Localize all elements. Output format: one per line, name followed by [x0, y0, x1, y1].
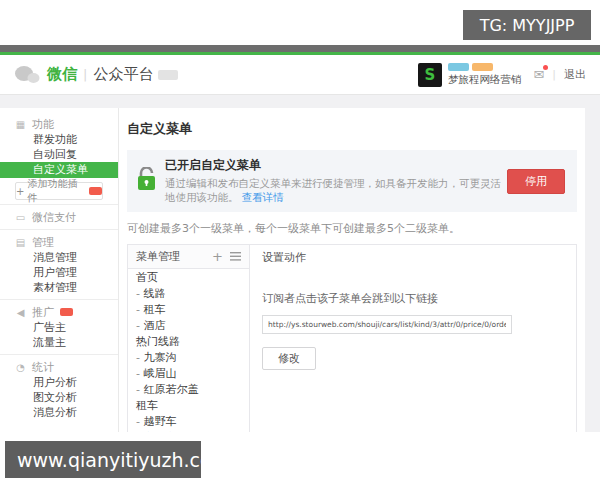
mail-icon[interactable]: ✉ — [533, 67, 544, 82]
section-label: 推广 — [32, 305, 54, 320]
wallet-icon: ▭ — [15, 212, 26, 223]
header-separator: | — [83, 67, 87, 82]
account-avatar[interactable]: S — [418, 63, 442, 87]
wechat-bubbles-icon — [14, 65, 40, 85]
sidebar-section-statistics: ◔ 统计 — [0, 359, 118, 375]
section-label: 管理 — [32, 235, 54, 250]
sidebar-divider — [0, 354, 118, 355]
grid-icon: ▦ — [15, 119, 26, 130]
sidebar-section-promotion: ◀ 推广 — [0, 304, 118, 320]
banner-text: 已开启自定义菜单 通过编辑和发布自定义菜单来进行便捷管理，如具备开发能力，可更灵… — [165, 157, 507, 205]
section-label: 微信支付 — [32, 210, 76, 225]
menu-editor-panel: 菜单管理 + 首页 线路 租车 酒店 热门线路 九寨沟 峨眉山 红原若尔盖 租车 — [127, 244, 577, 432]
add-menu-icon[interactable]: + — [212, 250, 223, 263]
menu-group-home[interactable]: 首页 — [128, 269, 249, 285]
notification-dot — [543, 65, 548, 70]
section-label: 统计 — [32, 360, 54, 375]
account-name[interactable]: 梦旅程网络营销 — [448, 73, 522, 87]
sidebar-item-mass-message[interactable]: 群发功能 — [0, 132, 118, 147]
menu-child-emeishan[interactable]: 峨眉山 — [128, 365, 249, 381]
watermark-bottom: www.qianyitiyuzh.com — [5, 441, 201, 478]
action-body: 订阅者点击该子菜单会跳到以下链接 修改 — [250, 269, 576, 370]
product-title: 公众平台 — [93, 65, 153, 84]
sidebar-divider — [0, 229, 118, 230]
menu-tree-title: 菜单管理 — [136, 249, 180, 264]
section-label: 功能 — [32, 117, 54, 132]
menu-tree-header: 菜单管理 + — [128, 245, 249, 269]
menu-limit-note: 可创建最多3个一级菜单，每个一级菜单下可创建最多5个二级菜单。 — [127, 221, 577, 236]
unlocked-icon — [137, 167, 156, 195]
menu-child-jiuzhaigou[interactable]: 九寨沟 — [128, 349, 249, 365]
sidebar-item-advertiser[interactable]: 广告主 — [0, 320, 118, 335]
logout-link[interactable]: 退出 — [564, 67, 586, 82]
action-column: 设置动作 订阅者点击该子菜单会跳到以下链接 修改 — [250, 245, 576, 432]
main-content: 自定义菜单 已开启自定义菜单 通过编辑和发布自定义菜单来进行便捷管理，如具备开发… — [119, 108, 585, 432]
page-body: ▦ 功能 群发功能 自动回复 自定义菜单 + 添加功能插件 ▭ 微信支付 ▤ 管… — [0, 95, 600, 432]
banner-description: 通过编辑和发布自定义菜单来进行便捷管理，如具备开发能力，可更灵活地使用该功能。 … — [165, 177, 507, 205]
top-gray-bar — [0, 45, 600, 52]
megaphone-icon: ◀ — [15, 307, 26, 318]
banner-title: 已开启自定义菜单 — [165, 157, 507, 174]
menu-child-routes[interactable]: 线路 — [128, 285, 249, 301]
account-verified-badge — [472, 63, 493, 71]
menu-child-suv[interactable]: 越野车 — [128, 413, 249, 429]
add-plugin-label: 添加功能插件 — [27, 177, 86, 205]
folder-icon: ▤ — [15, 237, 26, 248]
page-frame: 微信 | 公众平台 S 梦旅程网络营销 ✉ | 退出 ▦ 功能 群发功能 — [0, 45, 600, 432]
sidebar-item-wechat-pay[interactable]: ▭ 微信支付 — [0, 209, 118, 225]
sidebar: ▦ 功能 群发功能 自动回复 自定义菜单 + 添加功能插件 ▭ 微信支付 ▤ 管… — [0, 108, 119, 432]
status-banner: 已开启自定义菜单 通过编辑和发布自定义菜单来进行便捷管理，如具备开发能力，可更灵… — [127, 150, 577, 212]
menu-group-hot-routes[interactable]: 热门线路 — [128, 333, 249, 349]
sort-menu-icon[interactable] — [230, 252, 241, 261]
brand-wechat: 微信 — [47, 65, 77, 84]
sidebar-divider — [0, 299, 118, 300]
menu-child-hotel[interactable]: 酒店 — [128, 317, 249, 333]
view-details-link[interactable]: 查看详情 — [242, 191, 284, 203]
pie-chart-icon: ◔ — [15, 362, 26, 373]
watermark-top: TG: MYYJJPP — [463, 10, 591, 40]
new-badge — [89, 187, 102, 195]
sidebar-section-manage: ▤ 管理 — [0, 234, 118, 250]
sidebar-item-material-manage[interactable]: 素材管理 — [0, 280, 118, 295]
menu-tree-column: 菜单管理 + 首页 线路 租车 酒店 热门线路 九寨沟 峨眉山 红原若尔盖 租车 — [128, 245, 250, 432]
menu-group-car-rental[interactable]: 租车 — [128, 397, 249, 413]
plus-icon: + — [16, 186, 24, 197]
action-header: 设置动作 — [250, 245, 576, 269]
menu-child-hongyuan-ruoergai[interactable]: 红原若尔盖 — [128, 381, 249, 397]
sidebar-item-user-analysis[interactable]: 用户分析 — [0, 375, 118, 390]
new-badge — [60, 308, 73, 316]
sidebar-section-features: ▦ 功能 — [0, 116, 118, 132]
sidebar-item-user-manage[interactable]: 用户管理 — [0, 265, 118, 280]
disable-button[interactable]: 停用 — [507, 169, 565, 194]
add-plugin-button[interactable]: + 添加功能插件 — [15, 182, 103, 200]
page-title: 自定义菜单 — [127, 120, 577, 138]
banner-desc-text: 通过编辑和发布自定义菜单来进行便捷管理，如具备开发能力，可更灵活地使用该功能。 — [165, 177, 501, 203]
account-type-badge — [448, 63, 469, 71]
header: 微信 | 公众平台 S 梦旅程网络营销 ✉ | 退出 — [0, 55, 600, 95]
header-right: S 梦旅程网络营销 ✉ | 退出 — [418, 63, 586, 87]
product-tag — [158, 70, 178, 80]
sidebar-item-message-analysis[interactable]: 消息分析 — [0, 405, 118, 420]
sidebar-item-custom-menu[interactable]: 自定义菜单 — [0, 162, 118, 178]
modify-button[interactable]: 修改 — [262, 347, 316, 370]
account-info: 梦旅程网络营销 — [448, 63, 522, 87]
header-divider: | — [552, 68, 556, 81]
sidebar-item-auto-reply[interactable]: 自动回复 — [0, 147, 118, 162]
menu-child-business-car[interactable]: 商务车 — [128, 429, 249, 432]
account-badges — [448, 63, 522, 71]
sidebar-item-traffic-owner[interactable]: 流量主 — [0, 335, 118, 350]
sidebar-item-message-manage[interactable]: 消息管理 — [0, 250, 118, 265]
sidebar-item-article-analysis[interactable]: 图文分析 — [0, 390, 118, 405]
action-hint: 订阅者点击该子菜单会跳到以下链接 — [262, 291, 564, 306]
url-input[interactable] — [262, 315, 512, 334]
menu-child-car-rental[interactable]: 租车 — [128, 301, 249, 317]
